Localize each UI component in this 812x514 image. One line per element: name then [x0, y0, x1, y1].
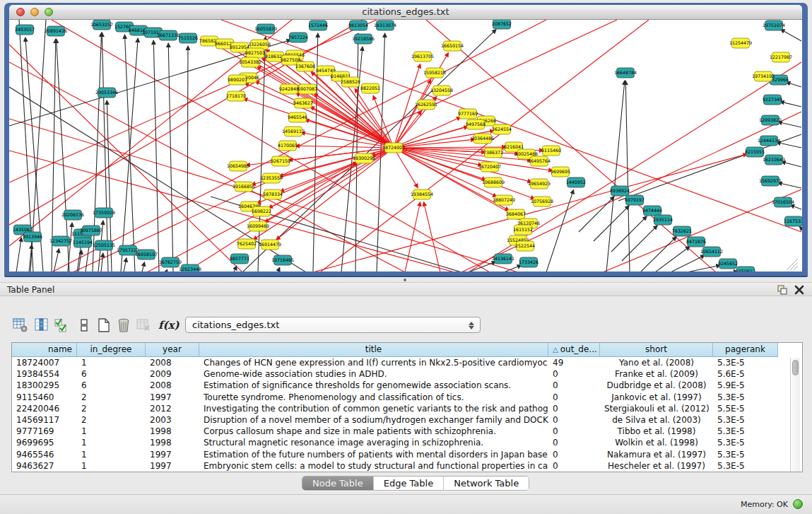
column-header-pagerank[interactable]: pagerank — [713, 343, 778, 356]
table-cell[interactable]: Tourette syndrome. Phenomenology and cla… — [199, 392, 548, 403]
table-cell[interactable]: 9465546 — [12, 449, 77, 460]
table-row[interactable]: 1830029562008Estimation of significance … — [12, 380, 778, 391]
table-cell[interactable]: 2003 — [146, 414, 199, 426]
table-cell[interactable]: 2 — [77, 403, 146, 414]
table-cell[interactable]: 1 — [77, 449, 146, 460]
table-cell[interactable]: 0 — [548, 380, 600, 391]
table-cell[interactable]: de Silva et al. (2003) — [600, 414, 713, 426]
table-cell[interactable]: 0 — [548, 426, 600, 437]
table-cell[interactable]: Estimation of the future numbers of pati… — [199, 449, 548, 460]
scrollbar-thumb[interactable] — [792, 360, 799, 375]
table-cell[interactable]: 1 — [77, 426, 146, 437]
row-height-icon[interactable] — [76, 317, 92, 333]
table-cell[interactable]: 2012 — [146, 403, 199, 414]
table-cell[interactable]: 0 — [548, 392, 600, 403]
table-cell[interactable]: 5.3E-5 — [713, 392, 778, 403]
table-row[interactable]: 969969511998Structural magnetic resonanc… — [12, 437, 778, 448]
table-cell[interactable]: 5.3E-5 — [713, 414, 778, 426]
table-row[interactable]: 1872400712008Changes of HCN gene express… — [12, 357, 778, 368]
table-row[interactable]: 946362711997Embryonic stem cells: a mode… — [12, 460, 778, 472]
table-cell[interactable]: 9463627 — [12, 460, 77, 472]
table-cell[interactable]: 5.5E-5 — [713, 403, 778, 414]
table-cell[interactable]: 5.6E-5 — [713, 368, 778, 380]
table-cell[interactable]: Hescheler et al. (1997) — [600, 460, 713, 472]
tab-edge-table[interactable]: Edge Table — [374, 477, 444, 490]
new-table-icon[interactable] — [96, 317, 112, 333]
table-row[interactable]: 1938455462009Genome-wide association stu… — [12, 368, 778, 380]
table-cell[interactable]: 0 — [548, 437, 600, 448]
float-panel-icon[interactable] — [777, 284, 788, 296]
table-cell[interactable]: 19384554 — [12, 368, 77, 380]
table-row[interactable]: 977716911998Corpus callosum shape and si… — [12, 426, 778, 437]
table-select-dropdown[interactable]: citations_edges.txt — [185, 317, 481, 333]
table-cell[interactable]: Corpus callosum shape and size in male p… — [199, 426, 548, 437]
table-cell[interactable]: 0 — [548, 449, 600, 460]
tab-network-table[interactable]: Network Table — [444, 477, 529, 490]
table-cell[interactable]: 14569117 — [12, 414, 77, 426]
table-cell[interactable]: 1 — [77, 437, 146, 448]
resize-grip-icon[interactable] — [790, 262, 798, 270]
resize-grip-icon[interactable] — [794, 266, 798, 270]
table-cell[interactable]: 22420046 — [12, 403, 77, 414]
table-cell[interactable]: 9699695 — [12, 437, 77, 448]
table-cell[interactable]: 2 — [77, 392, 146, 403]
column-header-name[interactable]: name — [12, 343, 77, 356]
table-cell[interactable]: Embryonic stem cells: a model to study s… — [199, 460, 548, 472]
select-columns-icon[interactable] — [34, 317, 49, 333]
table-cell[interactable]: 1997 — [146, 460, 199, 472]
table-cell[interactable]: 2 — [77, 414, 146, 426]
table-cell[interactable]: Yano et al. (2008) — [600, 357, 713, 368]
table-cell[interactable]: 2009 — [146, 368, 199, 380]
delete-entries-icon[interactable] — [116, 317, 131, 333]
table-cell[interactable]: Disruption of a novel member of a sodium… — [199, 414, 548, 426]
table-cell[interactable]: Structural magnetic resonance image aver… — [199, 437, 548, 448]
table-cell[interactable]: 5.3E-5 — [713, 437, 778, 448]
table-row[interactable]: 911546021997Tourette syndrome. Phenomeno… — [12, 392, 778, 403]
function-builder-icon[interactable]: f(x) — [158, 317, 174, 333]
table-cell[interactable]: Wolkin et al. (1998) — [600, 437, 713, 448]
table-cell[interactable]: Nakamura et al. (1997) — [600, 449, 713, 460]
table-row[interactable]: 946554611997Estimation of the future num… — [12, 449, 778, 460]
table-cell[interactable]: 1 — [77, 460, 146, 472]
network-window-titlebar[interactable]: citations_edges.txt — [9, 5, 802, 20]
table-cell[interactable]: 0 — [548, 368, 600, 380]
column-header-title[interactable]: title — [199, 343, 548, 356]
table-settings-icon[interactable] — [13, 317, 28, 333]
citation-network-graph[interactable]: 2403557208914361065325715276078466161107… — [9, 20, 802, 271]
table-cell[interactable]: 6 — [77, 368, 146, 380]
table-cell[interactable]: 9115460 — [12, 392, 77, 403]
table-cell[interactable]: 5.3E-5 — [713, 426, 778, 437]
table-cell[interactable]: Jankovic et al. (1997) — [600, 392, 713, 403]
table-cell[interactable]: 1997 — [146, 449, 199, 460]
column-header-out_de[interactable]: △out_de... — [548, 343, 600, 356]
table-cell[interactable]: 18724007 — [12, 357, 77, 368]
table-row[interactable]: 2242004622012Investigating the contribut… — [12, 403, 778, 414]
table-cell[interactable]: 6 — [77, 380, 146, 391]
table-cell[interactable]: 5.3E-5 — [713, 449, 778, 460]
table-cell[interactable]: Stergiakouli et al. (2012) — [600, 403, 713, 414]
table-cell[interactable]: 1998 — [146, 426, 199, 437]
table-cell[interactable]: 2008 — [146, 380, 199, 391]
column-header-year[interactable]: year — [146, 343, 199, 356]
table-cell[interactable]: Genome-wide association studies in ADHD. — [199, 368, 548, 380]
table-cell[interactable]: 1 — [77, 357, 146, 368]
table-cell[interactable]: Franke et al. (2009) — [600, 368, 713, 380]
memory-status-indicator[interactable] — [793, 499, 803, 509]
table-cell[interactable]: Dudbridge et al. (2008) — [600, 380, 713, 391]
select-rows-checklist-icon[interactable] — [54, 317, 69, 333]
table-cell[interactable]: 1998 — [146, 437, 199, 448]
table-cell[interactable]: 1997 — [146, 392, 199, 403]
delete-table-icon[interactable] — [136, 317, 151, 333]
table-vertical-scrollbar[interactable] — [790, 358, 800, 472]
column-header-short[interactable]: short — [600, 343, 713, 356]
network-canvas[interactable]: 2403557208914361065325715276078466161107… — [9, 20, 802, 271]
table-cell[interactable]: 5.3E-5 — [713, 460, 778, 472]
table-cell[interactable]: 0 — [548, 403, 600, 414]
column-header-in_degree[interactable]: in_degree — [77, 343, 146, 356]
table-cell[interactable]: 2008 — [146, 357, 199, 368]
table-row[interactable]: 1456911722003Disruption of a novel membe… — [12, 414, 778, 426]
table-cell[interactable]: Tibbo et al. (1998) — [600, 426, 713, 437]
table-cell[interactable]: Investigating the contribution of common… — [199, 403, 548, 414]
table-cell[interactable]: 9777169 — [12, 426, 77, 437]
split-pane-handle[interactable] — [404, 279, 406, 281]
